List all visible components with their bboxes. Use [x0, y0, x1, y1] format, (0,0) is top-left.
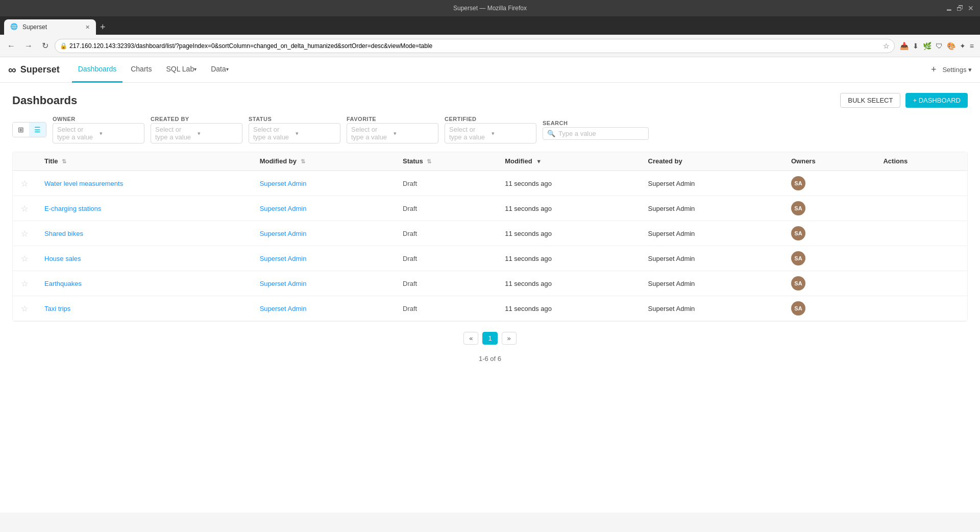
dashboard-link-4[interactable]: Earthquakes: [44, 280, 82, 287]
modified-by-link-1[interactable]: Superset Admin: [260, 205, 307, 212]
add-button[interactable]: +: [931, 64, 937, 75]
dashboard-link-1[interactable]: E-charging stations: [44, 205, 101, 212]
pocket-icon[interactable]: 📥: [900, 42, 909, 50]
modified-by-link-0[interactable]: Superset Admin: [260, 180, 307, 187]
address-bar[interactable]: [55, 39, 895, 53]
col-modified[interactable]: Modified ▼: [497, 152, 640, 171]
modified-by-link-5[interactable]: Superset Admin: [260, 305, 307, 312]
star-cell-0: ☆: [13, 171, 36, 196]
page-1-button[interactable]: 1: [482, 332, 497, 345]
active-tab[interactable]: 🌐 Superset ✕: [4, 19, 96, 35]
title-cell-4: Earthquakes: [36, 271, 252, 296]
favorite-star-5[interactable]: ☆: [21, 304, 28, 313]
download-icon[interactable]: ⬇: [913, 42, 919, 50]
nav-data[interactable]: Data: [205, 57, 235, 83]
prev-page-button[interactable]: «: [463, 332, 478, 345]
next-page-button[interactable]: »: [502, 332, 517, 345]
page-header: Dashboards BULK SELECT + DASHBOARD: [12, 93, 968, 108]
favorite-star-1[interactable]: ☆: [21, 204, 28, 213]
status-filter-arrow: ▾: [296, 130, 336, 137]
status-cell-0: Draft: [395, 171, 497, 196]
favorite-star-4[interactable]: ☆: [21, 279, 28, 288]
created-by-cell-5: Superset Admin: [640, 296, 783, 321]
browser-titlebar: Superset — Mozilla Firefox 🗕 🗗 ✕: [0, 0, 980, 16]
menu-icon[interactable]: ≡: [970, 42, 974, 50]
favorite-star-3[interactable]: ☆: [21, 254, 28, 263]
restore-icon[interactable]: 🗗: [957, 4, 964, 12]
owners-cell-5: SA: [783, 296, 875, 321]
col-status[interactable]: Status ⇅: [395, 152, 497, 171]
title-sort-icon: ⇅: [62, 158, 66, 164]
actions-cell-4: [875, 271, 967, 296]
favorite-star-0[interactable]: ☆: [21, 179, 28, 188]
pagination: « 1 »: [12, 322, 968, 355]
browser-addressbar: ← → ↻ 🔒 ☆ 📥 ⬇ 🌿 🛡 🎨 ✦ ≡: [0, 35, 980, 57]
browser-title: Superset — Mozilla Firefox: [453, 5, 527, 12]
status-cell-3: Draft: [395, 246, 497, 271]
modified-by-cell-4: Superset Admin: [252, 271, 395, 296]
reload-button[interactable]: ↻: [39, 39, 52, 53]
table-row: ☆ Shared bikes Superset Admin Draft 11 s…: [13, 221, 967, 246]
address-bar-wrap: 🔒 ☆: [55, 39, 895, 53]
bulk-select-button[interactable]: BULK SELECT: [840, 93, 900, 108]
col-title[interactable]: Title ⇅: [36, 152, 252, 171]
add-dashboard-button[interactable]: + DASHBOARD: [905, 93, 968, 108]
favorite-star-2[interactable]: ☆: [21, 229, 28, 238]
dashboard-link-2[interactable]: Shared bikes: [44, 230, 83, 237]
app-header: ∞ Superset Dashboards Charts SQL Lab Dat…: [0, 57, 980, 83]
pagination-info: 1-6 of 6: [12, 355, 968, 367]
status-cell-1: Draft: [395, 196, 497, 221]
table-row: ☆ Water level measurements Superset Admi…: [13, 171, 967, 196]
forward-button[interactable]: →: [21, 39, 36, 53]
settings-button[interactable]: Settings ▾: [942, 66, 972, 74]
grid-view-button[interactable]: ⊞: [13, 123, 29, 137]
header-actions: + Settings ▾: [931, 64, 972, 75]
favorite-filter-value: Select or type a value: [351, 126, 391, 141]
nav-dashboards[interactable]: Dashboards: [72, 57, 123, 83]
nav-charts[interactable]: Charts: [125, 57, 158, 83]
created-by-filter-select[interactable]: Select or type a value ▾: [151, 123, 242, 143]
favorite-filter-select[interactable]: Select or type a value ▾: [347, 123, 438, 143]
owner-avatar-0: SA: [791, 176, 805, 190]
search-icon: 🔍: [547, 130, 555, 137]
lock-icon: 🔒: [60, 42, 67, 50]
status-filter-select[interactable]: Select or type a value ▾: [249, 123, 340, 143]
tab-close-button[interactable]: ✕: [85, 24, 90, 31]
favorite-filter-arrow: ▾: [394, 130, 434, 137]
certified-filter-arrow: ▾: [492, 130, 532, 137]
dashboard-link-5[interactable]: Taxi trips: [44, 305, 70, 312]
modified-by-link-2[interactable]: Superset Admin: [260, 230, 307, 237]
owner-filter-select[interactable]: Select or type a value ▾: [53, 123, 144, 143]
dashboard-link-3[interactable]: House sales: [44, 255, 81, 262]
star-cell-1: ☆: [13, 196, 36, 221]
table-header-row: Title ⇅ Modified by ⇅ Status ⇅ Modified …: [13, 152, 967, 171]
certified-filter-select[interactable]: Select or type a value ▾: [445, 123, 536, 143]
dashboard-link-0[interactable]: Water level measurements: [44, 180, 123, 187]
owners-cell-3: SA: [783, 246, 875, 271]
modified-by-link-4[interactable]: Superset Admin: [260, 280, 307, 287]
owner-avatar-1: SA: [791, 201, 805, 215]
list-view-button[interactable]: ☰: [29, 123, 46, 137]
extension-icon-1[interactable]: 🌿: [923, 42, 932, 50]
minimize-icon[interactable]: 🗕: [945, 4, 952, 12]
back-button[interactable]: ←: [4, 39, 18, 53]
page-actions: BULK SELECT + DASHBOARD: [840, 93, 968, 108]
owner-avatar-5: SA: [791, 301, 805, 316]
search-input[interactable]: [558, 130, 644, 137]
modified-by-link-3[interactable]: Superset Admin: [260, 255, 307, 262]
search-input-wrap: 🔍: [543, 127, 649, 140]
extension-icon-3[interactable]: 🎨: [947, 42, 955, 50]
nav-sqllab[interactable]: SQL Lab: [160, 57, 203, 83]
modified-cell-5: 11 seconds ago: [497, 296, 640, 321]
extension-icon-2[interactable]: 🛡: [936, 42, 943, 50]
bookmark-icon[interactable]: ☆: [883, 42, 890, 50]
new-tab-button[interactable]: +: [96, 20, 110, 35]
title-cell-1: E-charging stations: [36, 196, 252, 221]
favorite-filter-label: FAVORITE: [347, 116, 438, 122]
close-icon[interactable]: ✕: [968, 4, 974, 12]
modified-cell-0: 11 seconds ago: [497, 171, 640, 196]
extension-icon-4[interactable]: ✦: [960, 42, 966, 50]
star-cell-5: ☆: [13, 296, 36, 321]
col-modified-by[interactable]: Modified by ⇅: [252, 152, 395, 171]
actions-cell-3: [875, 246, 967, 271]
